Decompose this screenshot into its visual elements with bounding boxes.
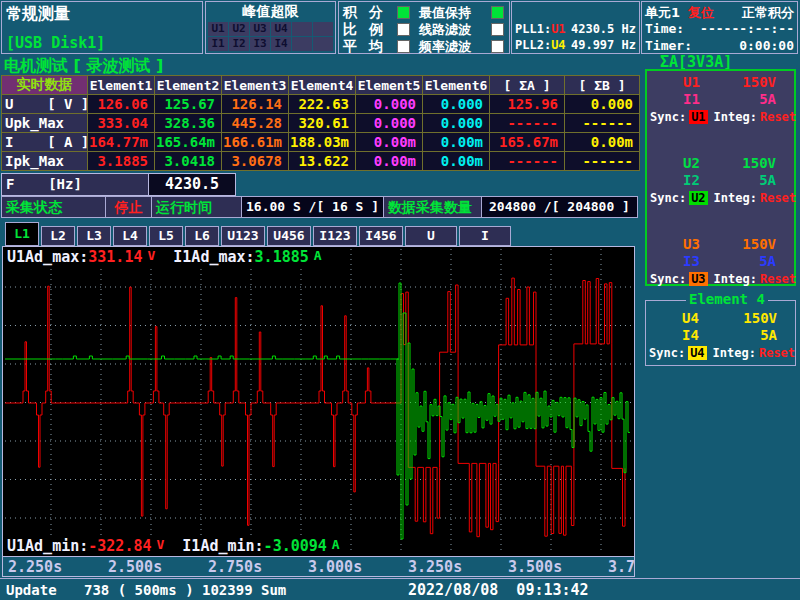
tab-u123[interactable]: U123: [221, 226, 265, 246]
i1-min-unit: A: [332, 537, 340, 555]
integ-reset-button[interactable]: Reset: [759, 346, 795, 360]
sample-count-label: 数据采集数量: [384, 197, 482, 217]
integ-label: Integ:: [714, 272, 757, 286]
mode-checkbox[interactable]: [397, 40, 410, 53]
sync-label: Sync:: [650, 272, 686, 286]
measurement-value: 445.28: [222, 114, 289, 133]
tab-i456[interactable]: I456: [359, 226, 403, 246]
integ-reset-button[interactable]: Reset: [760, 110, 796, 124]
sync-source-badge[interactable]: U4: [688, 346, 706, 360]
integration-mode-char: 例: [369, 21, 383, 39]
sync-source-badge[interactable]: U2: [689, 191, 707, 205]
tab-i123[interactable]: I123: [313, 226, 357, 246]
integ-label: Integ:: [714, 110, 757, 124]
filter-checkbox[interactable]: [491, 23, 504, 36]
filter-checkbox[interactable]: [491, 6, 504, 19]
waveform-max-annotations: U1Ad_max:331.14V I1Ad_max:3.1885A: [7, 248, 322, 266]
test-mode-line: 电机测试 [ 录波测试 ]: [4, 56, 163, 77]
integration-mode-char: 分: [369, 4, 383, 22]
measurement-value: 3.1885: [88, 152, 155, 171]
i1-max-label: I1Ad_max:: [173, 248, 254, 266]
x-axis-tick-label: 3.500s: [508, 558, 562, 576]
x-axis-tick-label: 3.250s: [408, 558, 462, 576]
measurement-value: 0.00m: [565, 133, 640, 152]
tab-l3[interactable]: L3: [77, 226, 111, 246]
integ-label: Integ:: [713, 346, 756, 360]
channel-u-name: U4: [682, 310, 699, 327]
i1-max-value: 3.1885: [255, 248, 309, 266]
column-header: Element6: [423, 76, 490, 95]
measurement-value: 126.06: [88, 95, 155, 114]
waveform-tab-bar: L1L2L3L4L5L6U123U456I123I456UI: [5, 222, 511, 246]
channel-u-range: 150V: [742, 74, 776, 91]
tab-u[interactable]: U: [405, 226, 457, 246]
channel-u-name: U1: [683, 74, 700, 91]
integ-reset-button[interactable]: Reset: [760, 272, 796, 286]
i1-max-unit: A: [314, 248, 322, 266]
sample-count-value: 204800 /[ 204800 ]: [482, 197, 637, 217]
channel-u-row: U2150V: [647, 155, 794, 172]
u1-max-unit: V: [147, 248, 155, 266]
time-label: Time:: [645, 21, 684, 36]
x-axis-tick-label: 2.750s: [208, 558, 262, 576]
runtime-label: 运行时间: [152, 197, 242, 217]
filter-label: 线路滤波: [419, 21, 471, 39]
x-axis-labels: 2.250s2.500s2.750s3.000s3.250s3.500s3.75…: [2, 557, 635, 577]
measure-mode-panel: 常规测量 [USB Disk1]: [1, 1, 203, 54]
tab-l4[interactable]: L4: [113, 226, 147, 246]
integration-mode-char: 积: [343, 4, 357, 22]
pll-name: PLL1:: [515, 22, 551, 36]
peak-limit-cell-empty: [292, 37, 312, 51]
channel-i-row: I35A: [647, 253, 794, 270]
sync-source-badge[interactable]: U1: [689, 110, 707, 124]
integ-reset-button[interactable]: Reset: [760, 191, 796, 205]
measurement-value: 320.61: [289, 114, 356, 133]
integration-filter-toggles: 积分最值保持比例线路滤波平均频率滤波: [338, 1, 510, 54]
filter-checkbox[interactable]: [491, 40, 504, 53]
sync-label: Sync:: [650, 110, 686, 124]
column-header: Element1: [88, 76, 155, 95]
measurement-value: 165.67m: [490, 133, 565, 152]
mode-checkbox[interactable]: [397, 6, 410, 19]
peak-limit-panel: 峰值超限 U1U2U3U4I1I2I3I4: [205, 1, 336, 54]
pll-value: 49.997 Hz: [571, 38, 636, 52]
waveform-plot: U1Ad_max:331.14V I1Ad_max:3.1885A U1Ad_m…: [2, 246, 635, 557]
sync-row: Sync:U2Integ:Reset: [647, 189, 794, 206]
bottom-status-bar: Update 738 ( 500ms ) 102399 Sum 2022/08/…: [0, 578, 800, 600]
tab-u456[interactable]: U456: [267, 226, 311, 246]
element-config-group: U2150VI25ASync:U2Integ:Reset: [647, 155, 794, 206]
time-row: Time: ------:--:--: [645, 21, 794, 36]
frequency-label: F [Hz]: [2, 174, 148, 195]
peak-limit-title: 峰值超限: [206, 3, 335, 21]
element-config-group: U1150VI15ASync:U1Integ:Reset: [647, 74, 794, 125]
measurement-value: 333.04: [88, 114, 155, 133]
tab-l6[interactable]: L6: [185, 226, 219, 246]
pll-row: PLL2:U449.997 Hz: [515, 38, 636, 52]
waveform-canvas: [3, 247, 634, 556]
mode-checkbox[interactable]: [397, 23, 410, 36]
i1-min-label: I1Ad_min:: [182, 537, 263, 555]
sync-label: Sync:: [650, 191, 686, 205]
sync-source-badge[interactable]: U3: [689, 272, 707, 286]
unit-status-row: 单元1 复位 正常积分: [645, 4, 794, 22]
runtime-value: 16.00 S /[ 16 S ]: [242, 197, 384, 217]
measurement-value: ------: [565, 152, 640, 171]
element-config-group: U3150VI35ASync:U3Integ:Reset: [647, 236, 794, 287]
channel-u-row: U1150V: [647, 74, 794, 91]
measurement-value: 0.000: [356, 95, 423, 114]
channel-u-name: U2: [683, 155, 700, 172]
measurement-value: 0.000: [356, 114, 423, 133]
measurement-value: ------: [490, 114, 565, 133]
integration-mode-char: 比: [343, 21, 357, 39]
row-label: Ipk_Max: [2, 152, 88, 171]
sync-label: Sync:: [649, 346, 685, 360]
filter-label: 最值保持: [419, 4, 471, 22]
reset-button[interactable]: 复位: [688, 4, 714, 22]
tab-l1[interactable]: L1: [5, 222, 39, 246]
measurement-value: 126.14: [222, 95, 289, 114]
tab-i[interactable]: I: [459, 226, 511, 246]
measurement-value: 0.000: [423, 114, 490, 133]
tab-l5[interactable]: L5: [149, 226, 183, 246]
tab-l2[interactable]: L2: [41, 226, 75, 246]
acq-status-label: 采集状态: [2, 197, 106, 217]
